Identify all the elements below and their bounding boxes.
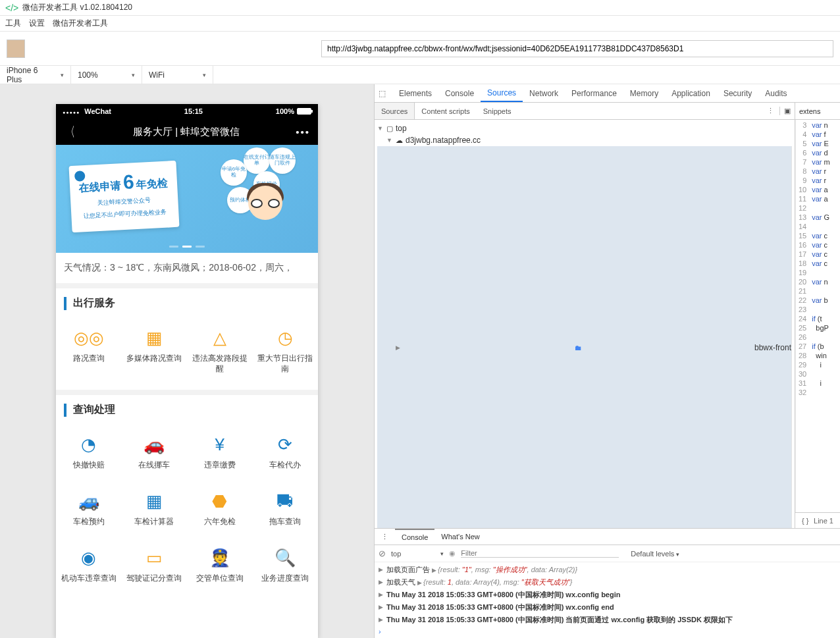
zoom-selector[interactable]: 100%▾ <box>71 66 142 84</box>
phone-nav-bar: 〈 服务大厅 | 蚌埠交管微信 ••• <box>56 119 318 145</box>
carrier-label: WeChat <box>84 107 111 115</box>
console-output[interactable]: ▶加载页面广告 ▶{result: "1", msg: "操作成功", data… <box>375 562 840 638</box>
editor-tab-bar: extens <box>795 103 840 120</box>
more-icon[interactable]: ••• <box>296 126 310 138</box>
line-gutter: 3456789101112131415161718192021222324252… <box>795 120 809 512</box>
phone-status-bar: WeChat 15:15 100% <box>56 104 318 119</box>
back-icon[interactable]: 〈 <box>66 123 75 141</box>
eye-icon[interactable]: ◉ <box>449 549 456 558</box>
banner[interactable]: 在线申请6年免检 关注蚌埠交警公众号 让您足不出户即可办理免检业务 在线支付订单… <box>56 145 318 253</box>
grid-item[interactable]: ⛟拖车查询 <box>253 484 319 541</box>
banner-bubble: 随车违规上门取件 <box>269 147 296 174</box>
clear-console-icon[interactable]: ⊘ <box>379 548 386 558</box>
devtools-tab-console[interactable]: Console <box>438 84 481 102</box>
grid-item-label: 交管单位查询 <box>196 573 244 592</box>
grid-item-icon: 👮 <box>208 546 232 570</box>
tree-top[interactable]: ▼▢top <box>377 122 792 134</box>
levels-selector[interactable]: Default levels ▾ <box>631 550 679 558</box>
grid-travel: ◎◎路况查询▦多媒体路况查询△违法高发路段提醒◷重大节日出行指南 <box>56 318 318 395</box>
more-icon[interactable]: ⋮ <box>767 107 774 115</box>
braces-icon[interactable]: { } <box>802 517 808 525</box>
grid-item-icon: 🔍 <box>273 546 297 570</box>
whats-new-tab[interactable]: What's New <box>434 529 486 545</box>
devtools-tab-elements[interactable]: Elements <box>392 84 438 102</box>
grid-item-icon: ¥ <box>208 433 232 456</box>
devtools-tab-network[interactable]: Network <box>523 84 565 102</box>
tree-folder-bbwx[interactable]: ▶🖿bbwx-front <box>377 146 792 528</box>
cursor-position: Line 1 <box>814 517 833 525</box>
device-selector[interactable]: iPhone 6 Plus▾ <box>0 66 71 84</box>
signal-icon <box>63 107 82 115</box>
grid-item-label: 驾驶证记分查询 <box>126 573 182 592</box>
network-selector[interactable]: WiFi▾ <box>142 66 213 84</box>
devtools-tab-application[interactable]: Application <box>665 84 717 102</box>
grid-item[interactable]: 🚙车检预约 <box>56 484 122 541</box>
grid-item-label: 违法高发路段提醒 <box>188 354 251 374</box>
grid-item-label: 路况查询 <box>73 354 105 372</box>
phone-time: 15:15 <box>184 107 203 115</box>
inspect-icon[interactable]: ⬚ <box>379 89 386 98</box>
weather-strip: 天气情况：3 ~ 18℃，东南风微风；2018-06-02，周六， <box>56 253 318 288</box>
grid-item[interactable]: ⬣六年免检 <box>187 484 253 541</box>
console-toolbar: ⊘ top ▾ ◉ Default levels ▾ <box>375 545 840 562</box>
editor-tab[interactable]: extens <box>799 107 820 115</box>
device-label: iPhone 6 Plus <box>7 66 49 84</box>
grid-item[interactable]: ◔快撤快赔 <box>56 427 122 484</box>
devtools-tab-audits[interactable]: Audits <box>758 84 793 102</box>
user-avatar[interactable] <box>7 40 25 58</box>
grid-item-icon: ◎◎ <box>77 326 101 350</box>
console-tab[interactable]: Console <box>395 529 434 545</box>
grid-item[interactable]: ◉机动车违章查询 <box>56 541 122 597</box>
grid-item[interactable]: 🔍业务进度查询 <box>253 541 319 597</box>
grid-item-label: 车检代办 <box>269 460 301 479</box>
banner-pager <box>169 246 205 248</box>
grid-item[interactable]: ▦多媒体路况查询 <box>122 321 188 379</box>
menu-settings[interactable]: 设置 <box>29 18 45 29</box>
battery-icon <box>297 108 311 115</box>
console-filter-input[interactable] <box>461 549 619 558</box>
sources-subtab[interactable]: Snippets <box>477 103 518 119</box>
section-header-travel: 出行服务 <box>56 288 318 318</box>
menu-tools[interactable]: 工具 <box>5 18 21 29</box>
grid-item[interactable]: 🚗在线挪车 <box>122 427 188 484</box>
context-selector[interactable]: top ▾ <box>391 550 444 558</box>
editor-footer: { } Line 1 <box>795 512 840 528</box>
banner-bubble: 在线支付订单 <box>244 147 270 174</box>
devtools-tab-sources[interactable]: Sources <box>481 84 523 102</box>
grid-item-label: 业务进度查询 <box>261 573 309 592</box>
sources-subtab[interactable]: Content scripts <box>415 103 476 119</box>
devtools-tab-performance[interactable]: Performance <box>565 84 623 102</box>
menu-devtools[interactable]: 微信开发者工具 <box>53 18 108 29</box>
grid-item-icon: 🚗 <box>142 433 166 456</box>
grid-item[interactable]: ◎◎路况查询 <box>56 321 122 379</box>
tree-host[interactable]: ▼☁d3jwbg.natappfree.cc <box>377 134 792 146</box>
url-row <box>0 32 840 66</box>
devtools-tab-memory[interactable]: Memory <box>623 84 665 102</box>
code-view[interactable]: var nvar fvar Evar dvar mvar rvar rvar a… <box>809 120 833 512</box>
devtools-tab-security[interactable]: Security <box>717 84 758 102</box>
grid-item[interactable]: △违法高发路段提醒 <box>187 321 253 379</box>
grid-item[interactable]: ◷重大节日出行指南 <box>253 321 319 379</box>
grid-item[interactable]: ▦车检计算器 <box>122 484 188 541</box>
chevron-down-icon: ▾ <box>132 72 135 78</box>
sources-subtab[interactable]: Sources <box>375 103 415 119</box>
toggle-navigator-icon[interactable]: ▣ <box>779 107 795 115</box>
grid-item[interactable]: ▭驾驶证记分查询 <box>122 541 188 597</box>
grid-item-label: 机动车违章查询 <box>61 573 117 592</box>
console-drawer-tabs: ⋮ Console What's New <box>375 528 840 545</box>
illustration-person <box>234 174 306 253</box>
grid-item[interactable]: ¥违章缴费 <box>187 427 253 484</box>
grid-item-label: 车检计算器 <box>134 517 174 535</box>
more-icon[interactable]: ⋮ <box>375 533 395 541</box>
network-label: WiFi <box>149 70 165 80</box>
chevron-down-icon: ▾ <box>203 72 206 78</box>
zoom-label: 100% <box>78 70 98 80</box>
grid-item-icon: ▦ <box>142 489 166 513</box>
grid-item[interactable]: ⟳车检代办 <box>253 427 319 484</box>
phone-frame: WeChat 15:15 100% 〈 服务大厅 | 蚌埠交管微信 ••• 在线… <box>56 104 318 638</box>
url-input[interactable] <box>321 40 833 57</box>
grid-item-label: 重大节日出行指南 <box>254 354 317 374</box>
grid-item[interactable]: 👮交管单位查询 <box>187 541 253 597</box>
battery-status: 100% <box>276 107 311 115</box>
grid-item-icon: ◉ <box>77 546 101 570</box>
